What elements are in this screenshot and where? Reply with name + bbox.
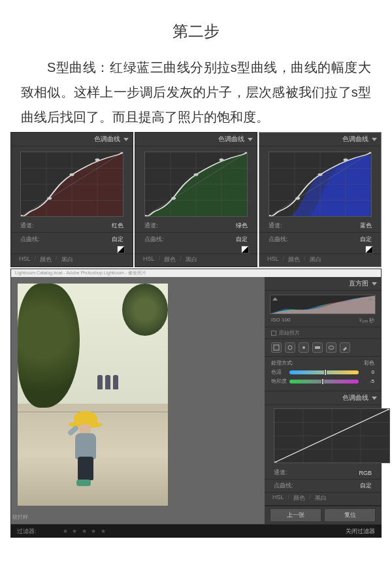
- svg-point-9: [70, 173, 74, 176]
- tab-bw[interactable]: 黑白: [310, 255, 321, 264]
- clip-shadows-icon[interactable]: [272, 297, 278, 301]
- channel-label: 通道:: [274, 468, 287, 477]
- clip-highlights-icon[interactable]: [368, 297, 373, 301]
- gradient-tool-icon[interactable]: [312, 342, 323, 353]
- point-curve-label: 点曲线:: [20, 235, 40, 244]
- channel-select[interactable]: RGB: [359, 470, 372, 476]
- panel-header: 色调曲线: [342, 135, 368, 144]
- point-curve-select[interactable]: 自定: [112, 235, 123, 244]
- channel-label: 通道:: [144, 221, 158, 230]
- tab-hsl[interactable]: HSL: [19, 255, 31, 264]
- svg-point-34: [344, 159, 348, 161]
- tint-label: 饱和度: [271, 378, 287, 385]
- prev-button[interactable]: 上一张: [270, 508, 321, 522]
- svg-point-20: [171, 197, 176, 199]
- tab-color[interactable]: 颜色: [288, 255, 300, 264]
- temp-label: 色温: [271, 368, 287, 376]
- filter-label: 过滤器:: [17, 527, 37, 536]
- chevron-down-icon[interactable]: [372, 282, 377, 286]
- point-curve-select[interactable]: 自定: [236, 235, 248, 244]
- curve-graph-blue[interactable]: [269, 152, 372, 217]
- tab-bw[interactable]: 黑白: [61, 255, 73, 264]
- point-curve-select[interactable]: 自定: [360, 482, 372, 490]
- tab-hsl[interactable]: HSL: [143, 255, 155, 264]
- treatment-label: 处理方式:: [271, 359, 293, 367]
- svg-point-37: [288, 346, 292, 350]
- channel-select[interactable]: 红色: [112, 221, 123, 230]
- tone-curve-panels: 色调曲线 通道:红色 点曲线:自定 HSL/ 颜色/: [0, 129, 392, 267]
- curve-mode-icon[interactable]: [365, 246, 373, 253]
- svg-point-32: [295, 197, 300, 199]
- chevron-down-icon[interactable]: [123, 138, 129, 141]
- reset-button[interactable]: 复位: [324, 508, 376, 522]
- svg-point-38: [302, 346, 305, 349]
- channel-label: 通道:: [20, 221, 34, 230]
- curve-mode-icon[interactable]: [241, 246, 249, 253]
- tab-color[interactable]: 颜色: [164, 255, 176, 264]
- temp-slider[interactable]: [289, 370, 359, 374]
- histogram[interactable]: [270, 295, 376, 314]
- chevron-down-icon[interactable]: [372, 138, 377, 141]
- develop-panel: 直方图 ISO 100¹⁄₂₀₀ 秒 原始照片: [265, 277, 381, 524]
- rating-filter[interactable]: ★ ★ ★ ★ ★: [63, 528, 107, 534]
- iso-value: ISO 100: [271, 317, 290, 324]
- original-photo-label: 原始照片: [279, 329, 300, 336]
- svg-point-40: [329, 346, 334, 350]
- chevron-down-icon[interactable]: [372, 397, 377, 400]
- point-curve-label: 点曲线:: [144, 235, 164, 244]
- svg-point-8: [47, 197, 52, 199]
- tint-slider[interactable]: [289, 380, 359, 384]
- channel-select[interactable]: 绿色: [236, 221, 248, 230]
- tab-color[interactable]: 颜色: [293, 494, 305, 502]
- brush-tool-icon[interactable]: [340, 342, 350, 353]
- curve-graph-red[interactable]: [20, 152, 123, 217]
- treatment-value[interactable]: 彩色: [364, 359, 374, 367]
- curve-graph-rgb[interactable]: [274, 408, 390, 463]
- tint-value: -5: [361, 378, 374, 384]
- tab-color[interactable]: 颜色: [40, 255, 52, 264]
- svg-rect-36: [274, 345, 279, 350]
- basic-panel: 处理方式:彩色 色温0 饱和度-5: [265, 357, 381, 391]
- tab-bw[interactable]: 黑白: [186, 255, 197, 264]
- channel-label: 通道:: [269, 221, 282, 230]
- filter-bar: 过滤器: ★ ★ ★ ★ ★ 关闭过滤器: [10, 525, 382, 538]
- tone-panel-blue: 色调曲线 通道:蓝色 点曲线:自定 HSL/颜色/黑白: [259, 132, 382, 267]
- lightroom-window: Lightroom Catalog.lrcat - Adobe Photosho…: [10, 269, 382, 525]
- chevron-down-icon[interactable]: [248, 138, 253, 141]
- preview-photo: [18, 284, 168, 506]
- spot-tool-icon[interactable]: [285, 342, 295, 353]
- curve-mode-icon[interactable]: [117, 246, 125, 253]
- svg-rect-39: [315, 346, 320, 349]
- tab-bw[interactable]: 黑白: [315, 494, 327, 502]
- tone-panel-green: 色调曲线 通道:绿色 点曲线:自定 HSL/颜色/黑白: [135, 132, 257, 267]
- shutter-value: ¹⁄₂₀₀ 秒: [359, 317, 374, 324]
- close-filter-button[interactable]: 关闭过滤器: [346, 527, 375, 536]
- tool-strip: [265, 339, 381, 357]
- svg-point-33: [318, 173, 323, 176]
- panel-header: 色调曲线: [218, 135, 244, 144]
- point-curve-select[interactable]: 自定: [360, 235, 372, 244]
- tab-hsl[interactable]: HSL: [267, 255, 279, 264]
- panel-header: 色调曲线: [94, 135, 120, 144]
- point-curve-label: 点曲线:: [269, 235, 288, 244]
- svg-point-10: [95, 159, 100, 161]
- checkbox-icon[interactable]: [271, 331, 276, 336]
- radial-tool-icon[interactable]: [326, 342, 336, 353]
- crop-tool-icon[interactable]: [271, 342, 282, 353]
- redeye-tool-icon[interactable]: [299, 342, 309, 353]
- temp-value: 0: [361, 369, 374, 375]
- photo-canvas[interactable]: 软打样: [11, 277, 265, 524]
- panel-header: 色调曲线: [342, 393, 368, 402]
- window-titlebar: Lightroom Catalog.lrcat - Adobe Photosho…: [11, 269, 381, 277]
- svg-point-22: [220, 159, 224, 161]
- hsl-tabs: HSL/ 颜色/ 黑白: [11, 253, 133, 267]
- histogram-header: 直方图: [349, 279, 368, 288]
- window-title: Lightroom Catalog.lrcat - Adobe Photosho…: [15, 270, 146, 276]
- soft-proof-label[interactable]: 软打样: [12, 514, 31, 520]
- svg-point-21: [194, 173, 199, 176]
- step-description: S型曲线：红绿蓝三曲线分别拉s型曲线，曲线的幅度大致相似。这样上一步调后发灰的片…: [0, 55, 392, 129]
- tab-hsl[interactable]: HSL: [272, 494, 284, 502]
- tone-panel-red: 色调曲线 通道:红色 点曲线:自定 HSL/ 颜色/: [10, 132, 133, 267]
- curve-graph-green[interactable]: [144, 152, 248, 217]
- channel-select[interactable]: 蓝色: [360, 221, 372, 230]
